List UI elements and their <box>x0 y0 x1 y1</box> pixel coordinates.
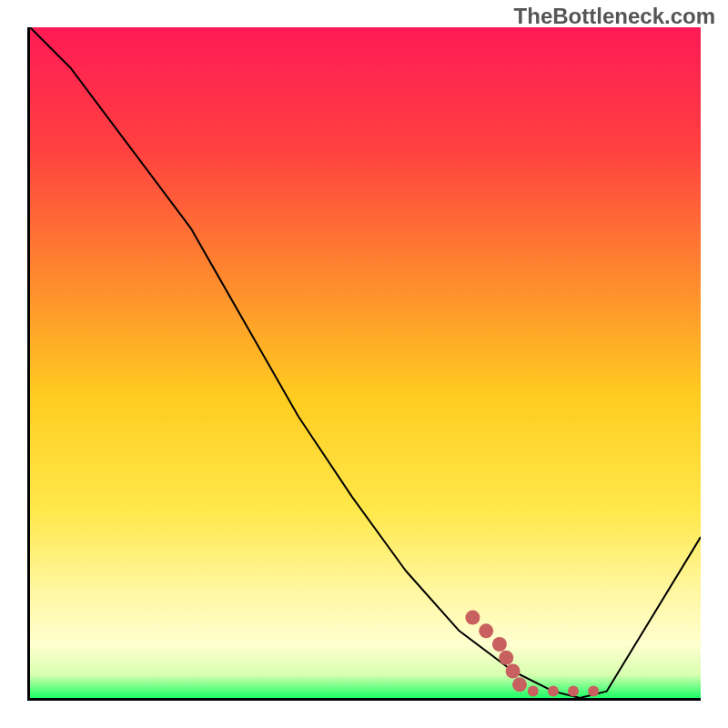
highlight-dot <box>528 686 539 697</box>
highlight-dot <box>492 637 507 652</box>
highlight-dot <box>568 686 579 697</box>
chart-container: TheBottleneck.com <box>0 0 728 728</box>
highlight-dots <box>30 27 701 698</box>
highlight-dot <box>479 623 493 638</box>
highlight-dot <box>506 664 521 679</box>
plot-area <box>30 27 701 698</box>
highlight-dot <box>512 677 527 692</box>
watermark-text: TheBottleneck.com <box>514 4 715 29</box>
highlight-dot <box>499 651 513 665</box>
highlight-dot <box>548 686 559 697</box>
highlight-dot <box>588 686 599 697</box>
highlight-dot <box>465 611 480 625</box>
